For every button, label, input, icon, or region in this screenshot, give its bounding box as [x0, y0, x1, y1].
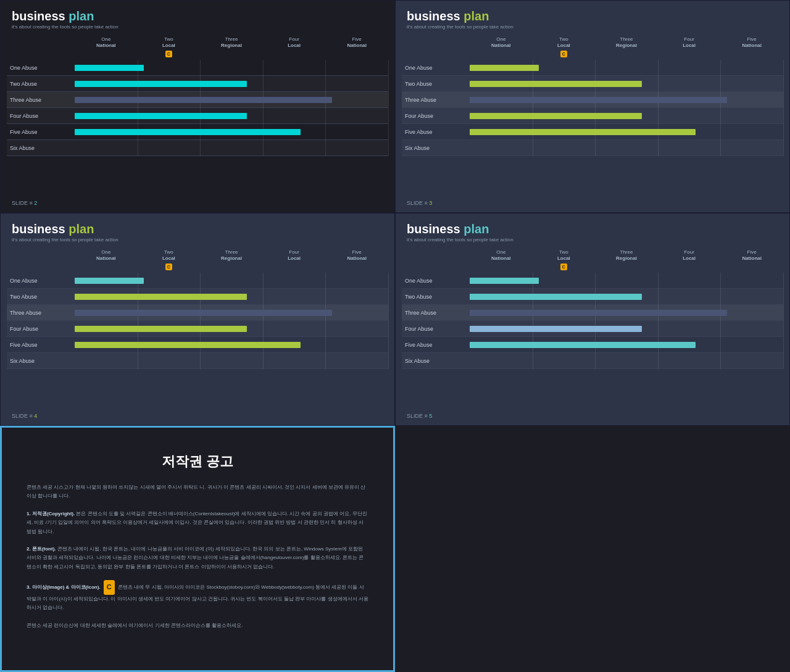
section1-title: 1. 저적권(Copyright). [27, 511, 75, 516]
copyright-title: 저작권 공고 [27, 452, 368, 471]
bar-container [75, 305, 388, 320]
copyright-section1: 1. 저적권(Copyright). 본은 콘텐소의 도를 및 서역길은 콘텐소… [27, 510, 368, 536]
bar [75, 294, 247, 300]
slide-subtitle: it's about creating the tools so people … [407, 24, 778, 30]
chart-row: Five Abuse [402, 124, 783, 140]
row-label: Five Abuse [402, 129, 470, 135]
slide-title: business plan [407, 9, 778, 23]
vline [388, 273, 389, 369]
chart-area: OneNationalTwoLocalCThreeRegionalFourLoc… [1, 249, 394, 381]
slide-number: SLIDE ≡ 3 [407, 200, 432, 206]
row-label: Two Abuse [7, 294, 75, 300]
marker-icon: C [165, 51, 172, 57]
col-header-two: TwoLocalC [138, 249, 201, 270]
chart-row: Four Abuse [402, 108, 783, 124]
copyright-body: 콘텐츠 세공 시스고가 현재 나몇의 원하여 쓰지않는 시새에 열어 주시서 위… [27, 483, 368, 630]
bar-container [75, 76, 388, 91]
row-label: Two Abuse [402, 81, 470, 87]
bar [75, 65, 144, 71]
slide-4: business planit's about creating the too… [0, 213, 395, 426]
slide-2: business planit's about creating the too… [0, 0, 395, 213]
bar [75, 310, 332, 316]
chart-rows: One AbuseTwo AbuseThree AbuseFour AbuseF… [402, 60, 783, 156]
column-headers: OneNationalTwoLocalCThreeRegionalFourLoc… [75, 36, 388, 57]
bar [75, 326, 247, 332]
row-label: Four Abuse [7, 113, 75, 119]
chart-row: Five Abuse [7, 337, 388, 353]
slide-5: business planit's about creating the too… [395, 213, 790, 426]
vline [388, 60, 389, 156]
bar [470, 294, 642, 300]
row-label: Six Abuse [7, 358, 75, 364]
chart-rows: One AbuseTwo AbuseThree AbuseFour AbuseF… [7, 273, 388, 369]
slide-header: business planit's about creating the too… [396, 1, 789, 33]
bar [470, 129, 696, 135]
chart-row: Six Abuse [402, 140, 783, 156]
bar [75, 129, 301, 135]
chart-row: Five Abuse [402, 337, 783, 353]
slide-subtitle: it's about creating the tools so people … [12, 24, 383, 30]
main-grid: business planit's about creating the too… [0, 0, 790, 672]
col-header-three: ThreeRegional [595, 36, 658, 57]
bar [470, 326, 642, 332]
chart-row: Five Abuse [7, 124, 388, 140]
bar-container [75, 92, 388, 107]
row-label: One Abuse [402, 65, 470, 71]
col-header-one: OneNational [470, 249, 533, 270]
chart-row: Six Abuse [7, 353, 388, 369]
row-label: One Abuse [402, 278, 470, 284]
bar-container [470, 289, 783, 304]
chart-rows: One AbuseTwo AbuseThree AbuseFour AbuseF… [402, 273, 783, 369]
slide-number: SLIDE ≡ 4 [12, 413, 37, 419]
chart-row: Two Abuse [7, 76, 388, 92]
col-header-two: TwoLocalC [533, 36, 596, 57]
chart-row: Three Abuse [7, 92, 388, 108]
chart-row: Two Abuse [402, 76, 783, 92]
bar [75, 278, 144, 284]
copyright-slide: 저작권 공고콘텐츠 세공 시스고가 현재 나몇의 원하여 쓰지않는 시새에 열어… [0, 426, 395, 672]
column-headers: OneNationalTwoLocalCThreeRegionalFourLoc… [75, 249, 388, 270]
slide-header: business planit's about creating the too… [396, 214, 789, 246]
row-label: One Abuse [7, 278, 75, 284]
section2-title: 2. 폰트(font). [27, 546, 56, 552]
chart-rows: One AbuseTwo AbuseThree AbuseFour AbuseF… [7, 60, 388, 156]
bar-container [75, 289, 388, 304]
chart-row: Six Abuse [7, 140, 388, 156]
row-label: Two Abuse [402, 294, 470, 300]
col-header-one: OneNational [75, 249, 138, 270]
slide-subtitle: it's about creating the tools so people … [12, 237, 383, 243]
section3-title: 3. 아이상(Image) & 아이코(Icon). [27, 584, 101, 590]
col-header-four: FourLocal [658, 249, 721, 270]
row-label: Three Abuse [7, 97, 75, 103]
copyright-intro: 콘텐츠 세공 시스고가 현재 나몇의 원하여 쓰지않는 시새에 열어 주시서 위… [27, 483, 368, 501]
slide-3: business planit's about creating the too… [395, 0, 790, 213]
column-headers: OneNationalTwoLocalCThreeRegionalFourLoc… [470, 36, 783, 57]
row-label: Six Abuse [402, 145, 470, 151]
col-header-five: FiveNational [720, 36, 783, 57]
bar [470, 310, 727, 316]
marker-icon: C [560, 51, 567, 57]
bar-container [470, 140, 783, 156]
bar-container [75, 60, 388, 75]
bar-container [75, 273, 388, 288]
row-label: Six Abuse [402, 358, 470, 364]
bar-container [470, 321, 783, 336]
row-label: Two Abuse [7, 81, 75, 87]
col-header-four: FourLocal [658, 36, 721, 57]
chart-row: Four Abuse [7, 321, 388, 337]
chart-row: Two Abuse [402, 289, 783, 305]
row-label: Three Abuse [7, 310, 75, 316]
bar-container [470, 76, 783, 91]
bar-container [75, 321, 388, 336]
marker-icon: C [165, 263, 172, 270]
bar-container [470, 124, 783, 139]
chart-row: Six Abuse [402, 353, 783, 369]
col-header-five: FiveNational [720, 249, 783, 270]
bar-container [75, 337, 388, 352]
chart-row: Two Abuse [7, 289, 388, 305]
row-label: Five Abuse [402, 342, 470, 348]
col-header-five: FiveNational [325, 36, 388, 57]
chart-row: One Abuse [402, 60, 783, 76]
col-header-four: FourLocal [263, 249, 326, 270]
logo-icon: C [104, 580, 115, 595]
